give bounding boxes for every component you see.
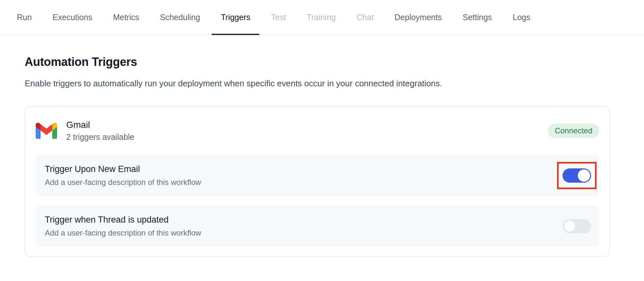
toggle-knob bbox=[578, 169, 590, 182]
tab-triggers[interactable]: Triggers bbox=[212, 0, 259, 34]
tab-test[interactable]: Test bbox=[262, 0, 295, 34]
tab-chat[interactable]: Chat bbox=[347, 0, 383, 34]
integration-name: Gmail bbox=[66, 120, 134, 130]
tab-executions[interactable]: Executions bbox=[43, 0, 101, 34]
trigger-text: Trigger Upon New Email Add a user-facing… bbox=[45, 164, 201, 187]
tab-metrics[interactable]: Metrics bbox=[104, 0, 148, 34]
tab-deployments[interactable]: Deployments bbox=[385, 0, 451, 34]
tab-scheduling[interactable]: Scheduling bbox=[151, 0, 209, 34]
toggle-new-email[interactable] bbox=[563, 168, 591, 183]
trigger-description: Add a user-facing description of this wo… bbox=[45, 178, 201, 187]
tab-training[interactable]: Training bbox=[298, 0, 345, 34]
trigger-description: Add a user-facing description of this wo… bbox=[45, 228, 201, 238]
page-title: Automation Triggers bbox=[25, 55, 610, 69]
integration-header: Gmail 2 triggers available Connected bbox=[36, 120, 599, 142]
integration-info: Gmail 2 triggers available bbox=[66, 120, 134, 142]
toggle-thread-updated[interactable] bbox=[563, 219, 591, 233]
toggle-container bbox=[557, 213, 597, 240]
integration-card: Gmail 2 triggers available Connected Tri… bbox=[25, 106, 610, 257]
gmail-icon bbox=[36, 123, 57, 139]
tab-logs[interactable]: Logs bbox=[504, 0, 539, 34]
triggers-page: Automation Triggers Enable triggers to a… bbox=[0, 55, 644, 257]
trigger-title: Trigger Upon New Email bbox=[45, 164, 201, 174]
trigger-text: Trigger when Thread is updated Add a use… bbox=[45, 214, 201, 238]
tab-settings[interactable]: Settings bbox=[453, 0, 501, 34]
toggle-knob bbox=[563, 220, 576, 233]
tab-run[interactable]: Run bbox=[8, 0, 41, 34]
integration-subtitle: 2 triggers available bbox=[66, 132, 134, 142]
trigger-row-thread-updated: Trigger when Thread is updated Add a use… bbox=[36, 205, 599, 247]
highlight-box bbox=[557, 162, 597, 189]
tab-bar: Run Executions Metrics Scheduling Trigge… bbox=[0, 0, 644, 35]
status-badge: Connected bbox=[548, 124, 599, 138]
trigger-row-new-email: Trigger Upon New Email Add a user-facing… bbox=[36, 155, 599, 196]
page-description: Enable triggers to automatically run you… bbox=[25, 79, 610, 89]
trigger-title: Trigger when Thread is updated bbox=[45, 214, 201, 225]
